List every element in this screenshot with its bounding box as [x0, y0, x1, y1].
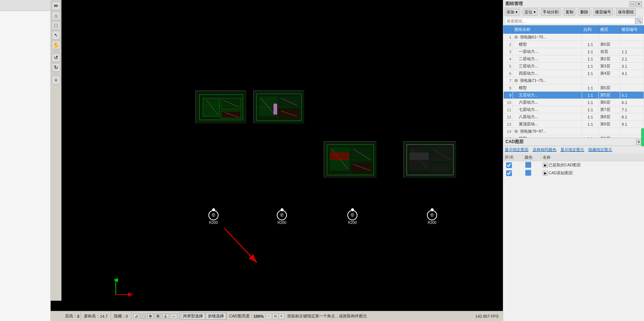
row-floor-num: 6.1 [620, 99, 644, 106]
table-row[interactable]: 9五层动力...1:1第5层5.1 [504, 92, 644, 99]
layer-2-expand-btn[interactable]: ▶ [543, 171, 548, 176]
row-name: 四层动力... [513, 70, 582, 77]
layers-header-on: 开/关 [503, 155, 523, 160]
row-name: ⊟ 强电施71~75... [513, 77, 582, 84]
table-row[interactable]: 12八层动力...1:1第8层8.1 [504, 113, 644, 121]
row-ratio [582, 77, 598, 84]
layer-1-toggle[interactable] [506, 162, 512, 168]
table-row[interactable]: 4二层动力...1:1第2层2.1 [504, 55, 644, 63]
view-3d-btn[interactable]: 3D [52, 1, 60, 10]
table-row[interactable]: 2模型1:1第5层 [504, 41, 644, 48]
svg-text:Y: Y [114, 278, 116, 280]
row-num: 4 [504, 55, 513, 63]
row-floor-num [620, 128, 644, 135]
svg-rect-38 [431, 147, 452, 162]
row-floor: 第3层 [598, 63, 620, 70]
table-row[interactable]: 14⊟ 强电施78~87... [504, 128, 644, 135]
row-name: 一层动力... [513, 48, 582, 55]
table-row[interactable]: 7⊟ 强电施71~75... [504, 77, 644, 84]
zoom-in-btn[interactable]: □ [52, 21, 60, 30]
split-btn[interactable]: 手动分割 [541, 9, 560, 16]
row-name: 屋顶层动... [513, 121, 582, 128]
floor-label-btn[interactable]: 楼层编号 [593, 9, 613, 16]
row-floor: 第5层 [598, 41, 620, 48]
row-num: 13 [504, 121, 513, 128]
draw-mode-btn[interactable]: □ [141, 314, 146, 319]
col-name-header: 图纸名称 [513, 26, 582, 34]
row-name: 六层动力... [513, 99, 582, 106]
fold-select-btn[interactable]: 折线选择 [206, 313, 226, 320]
brightness-plus-btn[interactable]: + [279, 313, 284, 319]
svg-rect-23 [274, 104, 277, 114]
row-floor: 第2层 [598, 55, 620, 63]
row-floor [598, 77, 620, 84]
copy-btn[interactable]: 复制 [564, 9, 575, 16]
row-ratio: 1:1 [582, 135, 598, 138]
cad-layers-table-header: 开/关 颜色 名称 [503, 154, 644, 161]
search-input[interactable] [505, 18, 635, 24]
waste-height-label: 废标高：14.7 [81, 311, 111, 321]
locate-btn[interactable]: 定位 ▾ [523, 9, 538, 16]
delete-btn[interactable]: 删除 [579, 9, 590, 16]
viewport-wrapper: 3D ⌂ □ ↖ ✋ ↺ ↻ ≡ [51, 0, 503, 321]
search-btn[interactable]: 🔍 [635, 18, 643, 24]
svg-line-46 [224, 228, 257, 263]
row-floor: 第5层 [598, 84, 620, 92]
layers-btn[interactable]: ≡ [52, 76, 60, 84]
undo-btn[interactable]: ↺ [52, 53, 60, 62]
add-btn[interactable]: 添加 ▾ [505, 9, 520, 16]
draw-rect-btn[interactable]: ⊿ [133, 313, 139, 319]
red-arrow [213, 225, 271, 272]
table-row[interactable]: 5三层动力...1:1第3层3.1 [504, 63, 644, 70]
row-ratio: 1:1 [582, 92, 598, 99]
layer-1-color-btn[interactable] [525, 162, 531, 168]
row-name: 模型 [513, 41, 582, 48]
pan-btn[interactable]: ✋ [52, 41, 60, 49]
row-name: 三层动力... [513, 63, 582, 70]
table-row[interactable]: 11七层动力...1:1第7层7.1 [504, 106, 644, 113]
row-name: 模型 [513, 135, 582, 138]
table-row[interactable]: 15模型1:1第5层 [504, 135, 644, 138]
hide-specified-element-btn[interactable]: 隐藏指定图元 [588, 147, 612, 153]
table-row[interactable]: 1⊟ 强电施61~70... [504, 34, 644, 41]
table-row[interactable]: 13屋顶层动...1:1第9层9.1 [504, 121, 644, 128]
cad-drawing-3[interactable] [324, 141, 376, 178]
select-btn[interactable]: ↖ [52, 31, 60, 39]
layer-1-expand-btn[interactable]: ▶ [543, 163, 548, 168]
cad-drawing-4[interactable] [403, 141, 456, 178]
redo-btn[interactable]: ↻ [52, 63, 60, 72]
cad-layer-row-1: ▶ 已提取的CAD图层 [503, 161, 644, 169]
measure-btn[interactable]: ⊞ [155, 313, 161, 319]
cad-viewport[interactable]: 3D ⌂ □ ↖ ✋ ↺ ↻ ≡ [51, 0, 503, 311]
table-row[interactable]: 10六层动力...1:1第6层6.1 [504, 99, 644, 106]
show-specified-layer-btn[interactable]: 显示指定图层 [505, 147, 529, 153]
row-floor-num: 3.1 [620, 63, 644, 70]
angle-btn[interactable]: ∠ [162, 313, 169, 319]
row-ratio: 1:1 [582, 55, 598, 63]
table-row[interactable]: 6四层动力...1:1第4层4.1 [504, 70, 644, 77]
brightness-center-btn[interactable]: ⊙ [272, 313, 278, 319]
cross-type-select-btn[interactable]: 跨类型选择 [181, 313, 205, 320]
row-num: 8 [504, 84, 513, 92]
row-ratio: 1:1 [582, 121, 598, 128]
cad-drawing-2[interactable] [253, 91, 304, 123]
snap-btn[interactable]: ⊕ [147, 313, 153, 319]
svg-rect-16 [279, 96, 300, 107]
layer-2-toggle[interactable] [506, 170, 512, 176]
cad-drawing-1[interactable] [195, 91, 246, 123]
row-floor [598, 34, 620, 41]
table-row[interactable]: 3一层动力...1:1首层1.1 [504, 48, 644, 55]
show-specified-element-btn[interactable]: 显示指定图元 [560, 147, 584, 153]
layer-2-color-btn[interactable] [525, 170, 531, 176]
svg-rect-39 [431, 163, 452, 172]
distance-btn[interactable]: ↔ [170, 314, 177, 319]
col-num-header [504, 26, 513, 34]
panel-minimize-btn[interactable]: — [630, 1, 635, 7]
panel-close-btn[interactable]: ✕ [636, 1, 642, 7]
brightness-minus-btn[interactable]: − [266, 313, 272, 319]
save-floor-btn[interactable]: 保存图纸 [616, 9, 636, 16]
full-extent-btn[interactable]: ⌂ [52, 11, 60, 20]
table-row[interactable]: 8模型1:1第5层 [504, 84, 644, 92]
select-same-color-btn[interactable]: 选择相同颜色 [533, 147, 556, 153]
row-ratio: 1:1 [582, 48, 598, 55]
